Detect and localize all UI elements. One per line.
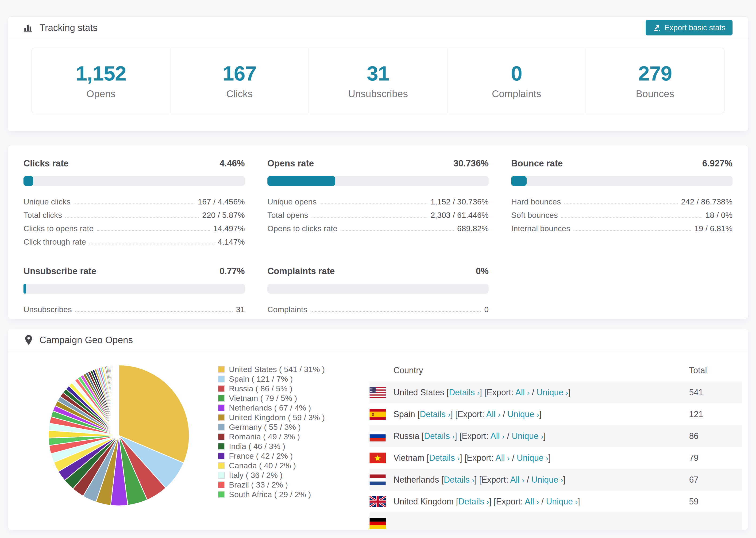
- geo-table-row-russia: Russia [Details ›] [Export: All › / Uniq…: [369, 425, 742, 447]
- export-all-link[interactable]: All ›: [486, 409, 501, 419]
- country-cell: Vietnam [Details ›] [Export: All › / Uni…: [394, 453, 689, 463]
- rate-progress-bar: [24, 284, 245, 294]
- rate-row: Total clicks220 / 5.87%: [24, 206, 245, 220]
- dotted-leader: [573, 230, 691, 231]
- rate-row: Clicks to opens rate14.497%: [24, 220, 245, 233]
- legend-swatch: [218, 424, 225, 430]
- geo-pie-chart: [46, 363, 191, 508]
- geo-table-row-united-states: United States [Details ›] [Export: All ›…: [369, 381, 742, 403]
- details-link[interactable]: Details ›: [458, 497, 489, 506]
- geo-table-row: [369, 512, 742, 530]
- legend-label: Spain ( 121 / 7% ): [229, 374, 293, 384]
- dotted-leader: [75, 311, 233, 312]
- vn-flag-icon: [369, 453, 386, 463]
- export-icon: [653, 24, 661, 32]
- geo-legend: United States ( 541 / 31% )Spain ( 121 /…: [218, 364, 350, 499]
- rate-row: Unique clicks167 / 4.456%: [24, 193, 245, 206]
- legend-swatch: [218, 433, 225, 440]
- legend-swatch: [218, 443, 225, 450]
- rate-row-value: 2,303 / 61.446%: [431, 211, 489, 220]
- details-link[interactable]: Details ›: [424, 431, 455, 441]
- export-unique-link[interactable]: Unique ›: [537, 388, 568, 397]
- legend-swatch: [218, 453, 225, 459]
- legend-item: United Kingdom ( 59 / 3% ): [218, 413, 350, 422]
- details-link[interactable]: Details ›: [420, 409, 451, 419]
- export-unique-link[interactable]: Unique ›: [517, 453, 549, 463]
- rate-row-label: Clicks to opens rate: [24, 224, 94, 233]
- es-flag-icon: [369, 409, 386, 420]
- geo-table-row-netherlands: Netherlands [Details ›] [Export: All › /…: [369, 469, 742, 491]
- legend-label: South Africa ( 29 / 2% ): [229, 490, 311, 499]
- export-unique-link[interactable]: Unique ›: [531, 475, 563, 484]
- summary-stats-box: 1,152Opens167Clicks31Unsubscribes0Compla…: [31, 48, 725, 113]
- legend-item: Romania ( 49 / 3% ): [218, 432, 350, 442]
- export-all-link[interactable]: All ›: [515, 388, 530, 397]
- export-all-link[interactable]: All ›: [495, 453, 510, 463]
- geo-table: Country Total United States [Details ›] …: [369, 359, 742, 530]
- rate-row: Unsubscribes31: [24, 301, 245, 314]
- rate-section-opens-rate: Opens rate30.736%Unique opens1,152 / 30.…: [267, 158, 489, 246]
- export-unique-link[interactable]: Unique ›: [546, 497, 578, 506]
- summary-stat-clicks: 167Clicks: [171, 48, 309, 113]
- legend-label: India ( 46 / 3% ): [229, 442, 285, 451]
- rate-row-label: Click through rate: [24, 237, 86, 246]
- campaign-geo-opens-card: Campaign Geo Opens United States ( 541 /…: [8, 329, 748, 530]
- country-cell: Spain [Details ›] [Export: All › / Uniqu…: [394, 409, 689, 419]
- details-link[interactable]: Details ›: [429, 453, 460, 463]
- rate-title: Clicks rate: [24, 158, 69, 169]
- rate-row-value: 242 / 86.738%: [681, 197, 732, 206]
- de-flag-icon: [369, 518, 386, 529]
- tracking-stats-card: Tracking stats Export basic stats 1,152O…: [8, 17, 748, 132]
- dotted-leader: [74, 203, 194, 204]
- export-basic-stats-button[interactable]: Export basic stats: [646, 20, 732, 35]
- legend-label: Germany ( 55 / 3% ): [229, 422, 301, 432]
- legend-swatch: [218, 395, 225, 402]
- stat-value: 0: [511, 62, 522, 85]
- legend-item: Germany ( 55 / 3% ): [218, 422, 350, 432]
- geo-table-row-vietnam: Vietnam [Details ›] [Export: All › / Uni…: [369, 447, 742, 469]
- legend-item: South Africa ( 29 / 2% ): [218, 490, 350, 499]
- rate-progress-bar: [267, 284, 489, 294]
- rate-row: Internal bounces19 / 6.81%: [511, 220, 732, 233]
- rate-value: 0.77%: [220, 266, 245, 276]
- legend-item: India ( 46 / 3% ): [218, 442, 350, 451]
- summary-stat-unsubscribes: 31Unsubscribes: [309, 48, 448, 113]
- legend-item: France ( 42 / 2% ): [218, 451, 350, 461]
- rate-row-label: Hard bounces: [511, 197, 561, 206]
- rate-row: Hard bounces242 / 86.738%: [511, 193, 732, 206]
- legend-swatch: [218, 414, 225, 421]
- export-all-link[interactable]: All ›: [490, 431, 505, 441]
- rate-progress-fill: [511, 176, 526, 186]
- export-unique-link[interactable]: Unique ›: [508, 409, 539, 419]
- legend-swatch: [218, 481, 225, 488]
- legend-item: Netherlands ( 67 / 4% ): [218, 403, 350, 413]
- dotted-leader: [65, 217, 199, 218]
- geo-content: United States ( 541 / 31% )Spain ( 121 /…: [8, 351, 748, 530]
- rate-section-bounce-rate: Bounce rate6.927%Hard bounces242 / 86.73…: [511, 158, 732, 246]
- rate-progress-bar: [267, 176, 489, 186]
- rate-row-value: 4.147%: [218, 237, 244, 246]
- dotted-leader: [89, 243, 214, 244]
- details-link[interactable]: Details ›: [449, 388, 480, 397]
- export-unique-link[interactable]: Unique ›: [512, 431, 544, 441]
- legend-label: Vietnam ( 79 / 5% ): [229, 394, 297, 403]
- details-link[interactable]: Details ›: [444, 475, 474, 484]
- rates-card: Clicks rate4.46%Unique clicks167 / 4.456…: [8, 145, 748, 319]
- rate-row-label: Unique opens: [267, 197, 317, 206]
- summary-stat-opens: 1,152Opens: [32, 48, 171, 113]
- export-button-label: Export basic stats: [665, 23, 726, 32]
- total-cell: 67: [689, 475, 742, 485]
- rate-row-value: 0: [484, 305, 489, 314]
- country-cell: United Kingdom [Details ›] [Export: All …: [394, 497, 689, 507]
- legend-item: Italy ( 36 / 2% ): [218, 470, 350, 480]
- stat-value: 31: [367, 62, 389, 85]
- legend-label: Brazil ( 33 / 2% ): [229, 480, 288, 489]
- rate-row-value: 1,152 / 30.736%: [431, 197, 489, 206]
- export-all-link[interactable]: All ›: [525, 497, 539, 506]
- stat-value: 167: [223, 62, 256, 85]
- rate-row-value: 220 / 5.87%: [202, 211, 244, 220]
- export-all-link[interactable]: All ›: [510, 475, 524, 484]
- country-cell: Russia [Details ›] [Export: All › / Uniq…: [394, 431, 689, 441]
- legend-item: United States ( 541 / 31% ): [218, 364, 350, 374]
- stat-label: Bounces: [636, 88, 674, 99]
